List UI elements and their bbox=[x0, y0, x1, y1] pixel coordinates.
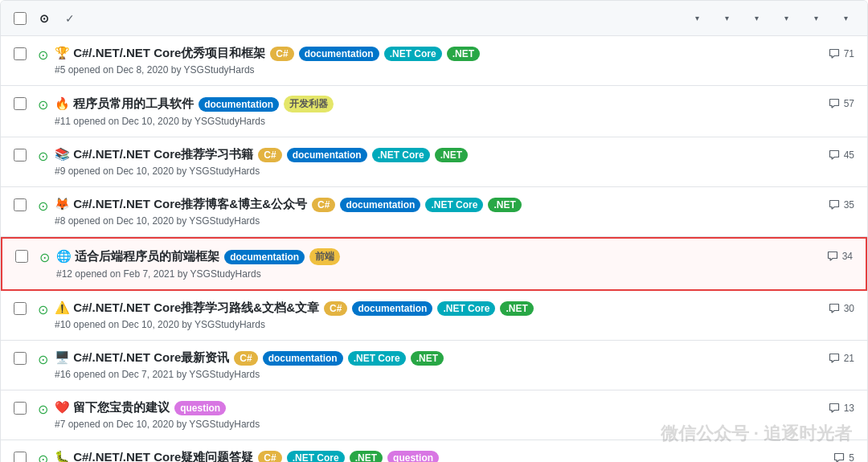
issue-title-text[interactable]: 📚 C#/.NET/.NET Core推荐学习书籍 bbox=[55, 147, 253, 162]
comment-icon bbox=[826, 250, 839, 263]
comment-count[interactable]: 57 bbox=[828, 97, 854, 110]
issue-title-text[interactable]: 🏆 C#/.NET/.NET Core优秀项目和框架 bbox=[55, 46, 265, 61]
comment-count[interactable]: 13 bbox=[828, 402, 854, 415]
issue-title-text[interactable]: 🌐 适合后端程序员的前端框架 bbox=[56, 249, 219, 264]
issue-content: 🏆 C#/.NET/.NET Core优秀项目和框架 C#documentati… bbox=[55, 46, 815, 76]
row-checkbox[interactable] bbox=[14, 97, 30, 112]
table-row[interactable]: ⊙ 📚 C#/.NET/.NET Core推荐学习书籍 C#documentat… bbox=[1, 137, 867, 187]
row-checkbox[interactable] bbox=[14, 149, 30, 164]
comment-count[interactable]: 5 bbox=[833, 452, 854, 462]
table-row[interactable]: ⊙ 🦊 C#/.NET/.NET Core推荐博客&博主&公众号 C#docum… bbox=[1, 187, 867, 237]
label-badge[interactable]: 开发利器 bbox=[284, 96, 334, 112]
table-row[interactable]: ⊙ 🐛 C#/.NET/.NET Core疑难问题答疑 C#.NET Core.… bbox=[1, 440, 867, 462]
label-badge[interactable]: C# bbox=[258, 451, 281, 463]
label-badge[interactable]: C# bbox=[312, 198, 335, 212]
label-badge[interactable]: .NET Core bbox=[287, 451, 345, 463]
issue-title-text[interactable]: 🦊 C#/.NET/.NET Core推荐博客&博主&公众号 bbox=[55, 197, 307, 212]
row-checkbox[interactable] bbox=[14, 402, 30, 417]
open-status-circle: ⊙ bbox=[38, 48, 48, 62]
label-caret-icon: ▾ bbox=[725, 14, 729, 22]
open-closed-toggle: ⊙ ✓ bbox=[39, 12, 78, 25]
label-badge[interactable]: 前端 bbox=[309, 248, 340, 265]
milestones-caret-icon: ▾ bbox=[784, 14, 788, 22]
label-badge[interactable]: documentation bbox=[352, 301, 432, 316]
issue-status-icon: ⊙ bbox=[38, 198, 48, 214]
closed-issues-toggle[interactable]: ✓ bbox=[65, 12, 78, 25]
table-row[interactable]: ⊙ 🏆 C#/.NET/.NET Core优秀项目和框架 C#documenta… bbox=[1, 36, 867, 86]
label-badge[interactable]: .NET bbox=[447, 47, 480, 61]
label-badge[interactable]: .NET bbox=[500, 301, 533, 316]
label-filter[interactable]: ▾ bbox=[715, 10, 735, 26]
open-issues-toggle[interactable]: ⊙ bbox=[39, 12, 52, 25]
issue-meta: #9 opened on Dec 10, 2020 by YSGStudyHar… bbox=[55, 166, 815, 177]
table-row[interactable]: ⊙ 🌐 适合后端程序员的前端框架 documentation前端 #12 ope… bbox=[1, 237, 867, 291]
label-badge[interactable]: C# bbox=[324, 301, 347, 316]
row-checkbox[interactable] bbox=[14, 302, 30, 317]
assignee-caret-icon: ▾ bbox=[814, 14, 818, 22]
label-badge[interactable]: documentation bbox=[299, 47, 379, 61]
table-row[interactable]: ⊙ ⚠️ C#/.NET/.NET Core推荐学习路线&文档&文章 C#doc… bbox=[1, 291, 867, 341]
comment-count[interactable]: 30 bbox=[828, 302, 854, 315]
issue-title-text[interactable]: 🖥️ C#/.NET/.NET Core最新资讯 bbox=[55, 350, 229, 366]
issue-title-text[interactable]: 🔥 程序员常用的工具软件 bbox=[55, 96, 194, 112]
assignee-filter[interactable]: ▾ bbox=[805, 10, 825, 26]
label-badge[interactable]: .NET bbox=[488, 198, 521, 212]
projects-filter[interactable]: ▾ bbox=[745, 10, 765, 26]
issue-content: 🔥 程序员常用的工具软件 documentation开发利器 #11 opene… bbox=[55, 96, 815, 127]
issue-title-text[interactable]: 🐛 C#/.NET/.NET Core疑难问题答疑 bbox=[55, 450, 253, 462]
comment-icon bbox=[833, 452, 845, 462]
issue-title-row: ⚠️ C#/.NET/.NET Core推荐学习路线&文档&文章 C#docum… bbox=[55, 301, 815, 316]
label-badge[interactable]: C# bbox=[234, 351, 257, 366]
label-badge[interactable]: .NET Core bbox=[425, 198, 483, 212]
issue-title-row: 🌐 适合后端程序员的前端框架 documentation前端 bbox=[56, 248, 813, 265]
label-badge[interactable]: question bbox=[174, 401, 226, 415]
row-checkbox[interactable] bbox=[14, 352, 30, 367]
label-badge[interactable]: documentation bbox=[340, 198, 420, 212]
issue-content: 🐛 C#/.NET/.NET Core疑难问题答疑 C#.NET Core.NE… bbox=[55, 450, 820, 462]
check-icon: ✓ bbox=[65, 12, 75, 25]
label-badge[interactable]: C# bbox=[270, 47, 293, 61]
open-status-circle: ⊙ bbox=[38, 149, 48, 163]
header-right: ▾ ▾ ▾ ▾ ▾ ▾ bbox=[686, 10, 854, 26]
issue-title-row: 🔥 程序员常用的工具软件 documentation开发利器 bbox=[55, 96, 815, 112]
label-badge[interactable]: .NET bbox=[411, 351, 444, 366]
comment-count[interactable]: 34 bbox=[826, 250, 853, 263]
comment-count[interactable]: 71 bbox=[828, 47, 854, 60]
row-checkbox[interactable] bbox=[15, 250, 31, 265]
issue-title-text[interactable]: ⚠️ C#/.NET/.NET Core推荐学习路线&文档&文章 bbox=[55, 301, 319, 316]
issue-title-row: 📚 C#/.NET/.NET Core推荐学习书籍 C#documentatio… bbox=[55, 147, 815, 162]
label-badge[interactable]: .NET Core bbox=[437, 301, 495, 316]
open-status-circle: ⊙ bbox=[39, 251, 50, 264]
comment-count[interactable]: 21 bbox=[828, 352, 854, 365]
row-checkbox[interactable] bbox=[14, 198, 30, 214]
issues-list: ⊙ 🏆 C#/.NET/.NET Core优秀项目和框架 C#documenta… bbox=[1, 36, 867, 462]
label-badge[interactable]: question bbox=[387, 451, 439, 463]
table-row[interactable]: ⊙ 🔥 程序员常用的工具软件 documentation开发利器 #11 ope… bbox=[1, 86, 867, 137]
issues-list-container: ⊙ ✓ ▾ ▾ ▾ bbox=[0, 0, 868, 462]
label-badge[interactable]: documentation bbox=[224, 250, 305, 264]
label-badge[interactable]: .NET bbox=[435, 148, 468, 162]
issue-status-icon: ⊙ bbox=[38, 302, 48, 317]
label-badge[interactable]: .NET bbox=[350, 451, 383, 463]
label-badge[interactable]: .NET Core bbox=[348, 351, 406, 366]
issue-content: 📚 C#/.NET/.NET Core推荐学习书籍 C#documentatio… bbox=[55, 147, 815, 177]
issue-title-text[interactable]: ❤️ 留下您宝贵的建议 bbox=[55, 400, 170, 415]
table-row[interactable]: ⊙ 🖥️ C#/.NET/.NET Core最新资讯 C#documentati… bbox=[1, 341, 867, 390]
row-checkbox[interactable] bbox=[14, 452, 30, 462]
comment-count[interactable]: 35 bbox=[828, 198, 854, 211]
label-badge[interactable]: documentation bbox=[263, 351, 343, 366]
issue-title-row: 🖥️ C#/.NET/.NET Core最新资讯 C#documentation… bbox=[55, 350, 815, 366]
label-badge[interactable]: .NET Core bbox=[372, 148, 430, 162]
label-badge[interactable]: documentation bbox=[287, 148, 367, 162]
milestones-filter[interactable]: ▾ bbox=[775, 10, 795, 26]
author-filter[interactable]: ▾ bbox=[686, 10, 706, 26]
comment-count[interactable]: 45 bbox=[828, 149, 854, 161]
sort-filter[interactable]: ▾ bbox=[834, 10, 854, 26]
table-row[interactable]: ⊙ ❤️ 留下您宝贵的建议 question #7 opened on Dec … bbox=[1, 390, 867, 440]
label-badge[interactable]: .NET Core bbox=[384, 47, 442, 61]
label-badge[interactable]: documentation bbox=[199, 97, 279, 112]
issue-meta: #16 opened on Dec 7, 2021 by YSGStudyHar… bbox=[55, 369, 815, 380]
label-badge[interactable]: C# bbox=[258, 148, 281, 162]
select-all-checkbox[interactable] bbox=[14, 12, 27, 25]
row-checkbox[interactable] bbox=[14, 47, 30, 63]
